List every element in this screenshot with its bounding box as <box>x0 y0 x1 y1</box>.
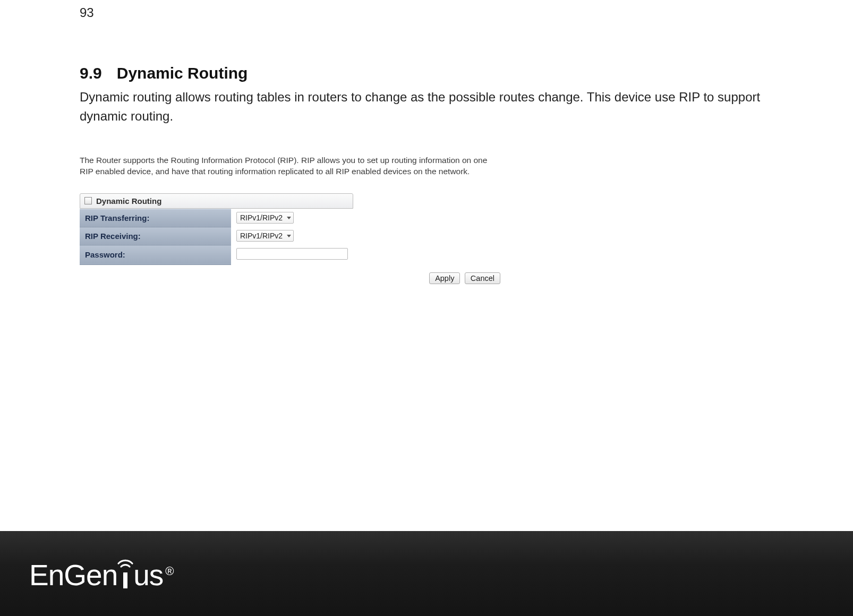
panel-header: Dynamic Routing <box>80 193 353 209</box>
chevron-down-icon <box>287 235 291 237</box>
page-footer: EnGen us ® <box>0 531 853 616</box>
settings-table: RIP Transferring: RIPv1/RIPv2 RIP Receiv… <box>80 209 353 265</box>
apply-button[interactable]: Apply <box>429 272 460 284</box>
brand-text-part1: EnGen <box>29 561 117 590</box>
table-row: RIP Receiving: RIPv1/RIPv2 <box>80 227 353 245</box>
cancel-button[interactable]: Cancel <box>465 272 500 284</box>
config-screenshot: The Router supports the Routing Informat… <box>80 155 500 284</box>
page-number: 93 <box>80 6 773 19</box>
brand-logo: EnGen us ® <box>29 557 174 590</box>
table-row: Password: <box>80 245 353 264</box>
rip-description: The Router supports the Routing Informat… <box>80 155 499 177</box>
brand-text-part2: us <box>133 561 163 590</box>
heading-title: Dynamic Routing <box>117 64 248 82</box>
body-paragraph: Dynamic routing allows routing tables in… <box>80 88 773 126</box>
rip-transferring-select[interactable]: RIPv1/RIPv2 <box>236 212 294 224</box>
section-heading: 9.9Dynamic Routing <box>80 64 773 82</box>
rip-receiving-label: RIP Receiving: <box>80 227 231 245</box>
chevron-down-icon <box>287 217 291 219</box>
button-row: Apply Cancel <box>80 272 500 284</box>
heading-number: 9.9 <box>80 64 102 82</box>
rip-receiving-value: RIPv1/RIPv2 <box>240 232 283 240</box>
password-input[interactable] <box>236 248 348 260</box>
password-label: Password: <box>80 245 231 264</box>
rip-transferring-label: RIP Transferring: <box>80 209 231 227</box>
rip-receiving-select[interactable]: RIPv1/RIPv2 <box>236 230 294 242</box>
wifi-i-icon <box>116 557 134 590</box>
registered-mark: ® <box>165 564 174 578</box>
rip-transferring-value: RIPv1/RIPv2 <box>240 213 283 222</box>
table-row: RIP Transferring: RIPv1/RIPv2 <box>80 209 353 227</box>
panel-title: Dynamic Routing <box>96 196 161 206</box>
dynamic-routing-checkbox[interactable] <box>84 197 92 204</box>
